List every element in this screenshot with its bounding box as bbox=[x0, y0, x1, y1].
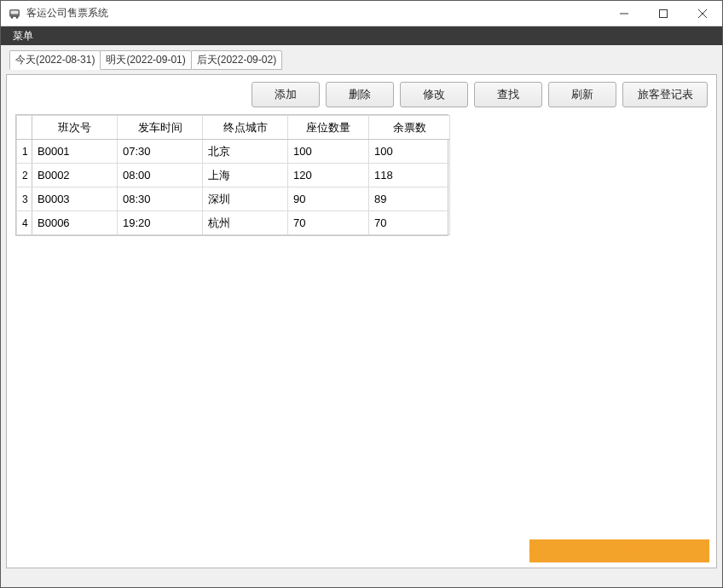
table-header-row: 班次号 发车时间 终点城市 座位数量 余票数 bbox=[17, 116, 450, 140]
cell-seats[interactable]: 70 bbox=[288, 211, 369, 235]
toolbar: 添加 删除 修改 查找 刷新 旅客登记表 bbox=[7, 75, 716, 114]
svg-point-3 bbox=[16, 16, 19, 19]
cell-depart-time[interactable]: 19:20 bbox=[118, 211, 203, 235]
header-depart-time[interactable]: 发车时间 bbox=[118, 116, 203, 140]
watermark: 企鹅 1561968262 bbox=[529, 539, 709, 562]
schedule-table[interactable]: 班次号 发车时间 终点城市 座位数量 余票数 1B000107:30北京1001… bbox=[16, 115, 450, 235]
modify-button[interactable]: 修改 bbox=[400, 82, 468, 107]
cell-remaining[interactable]: 118 bbox=[369, 164, 450, 187]
svg-rect-5 bbox=[660, 9, 668, 17]
cell-dest-city[interactable]: 上海 bbox=[203, 164, 288, 187]
cell-rownum: 1 bbox=[17, 140, 32, 164]
tab-panel: 添加 删除 修改 查找 刷新 旅客登记表 班次号 发车时间 终点城市 座位数量 bbox=[6, 74, 717, 568]
tab-today[interactable]: 今天(2022-08-31) bbox=[9, 50, 101, 70]
cell-remaining[interactable]: 89 bbox=[369, 187, 450, 211]
svg-point-2 bbox=[11, 16, 14, 19]
refresh-button[interactable]: 刷新 bbox=[548, 82, 616, 107]
app-icon bbox=[8, 7, 21, 20]
table-row[interactable]: 2B000208:00上海120118 bbox=[17, 164, 450, 187]
cell-depart-time[interactable]: 08:30 bbox=[118, 187, 203, 211]
cell-rownum: 4 bbox=[17, 211, 32, 235]
cell-remaining[interactable]: 100 bbox=[369, 140, 450, 164]
search-button[interactable]: 查找 bbox=[474, 82, 542, 107]
table-row[interactable]: 3B000308:30深圳9089 bbox=[17, 187, 450, 211]
tabstrip: 今天(2022-08-31) 明天(2022-09-01) 后天(2022-09… bbox=[6, 49, 717, 69]
cell-bus-no[interactable]: B0002 bbox=[32, 164, 118, 187]
titlebar: 客运公司售票系统 bbox=[1, 1, 722, 26]
close-button[interactable] bbox=[683, 1, 722, 26]
header-seats[interactable]: 座位数量 bbox=[288, 116, 369, 140]
cell-remaining[interactable]: 70 bbox=[369, 211, 450, 235]
cell-rownum: 3 bbox=[17, 187, 32, 211]
header-dest-city[interactable]: 终点城市 bbox=[203, 116, 288, 140]
tab-tomorrow[interactable]: 明天(2022-09-01) bbox=[100, 50, 191, 70]
menu-item-main[interactable]: 菜单 bbox=[8, 27, 38, 45]
cell-seats[interactable]: 120 bbox=[288, 164, 369, 187]
cell-bus-no[interactable]: B0003 bbox=[32, 187, 118, 211]
cell-seats[interactable]: 90 bbox=[288, 187, 369, 211]
maximize-button[interactable] bbox=[644, 1, 683, 26]
add-button[interactable]: 添加 bbox=[252, 82, 320, 107]
header-rownum bbox=[17, 116, 32, 140]
cell-depart-time[interactable]: 08:00 bbox=[118, 164, 203, 187]
table-row[interactable]: 1B000107:30北京100100 bbox=[17, 140, 450, 164]
svg-rect-1 bbox=[11, 10, 19, 14]
cell-rownum: 2 bbox=[17, 164, 32, 187]
cell-bus-no[interactable]: B0006 bbox=[32, 211, 118, 235]
content-area: 今天(2022-08-31) 明天(2022-09-01) 后天(2022-09… bbox=[1, 45, 722, 587]
cell-seats[interactable]: 100 bbox=[288, 140, 369, 164]
cell-bus-no[interactable]: B0001 bbox=[32, 140, 118, 164]
header-remaining[interactable]: 余票数 bbox=[369, 116, 450, 140]
delete-button[interactable]: 删除 bbox=[326, 82, 394, 107]
table-row[interactable]: 4B000619:20杭州7070 bbox=[17, 211, 450, 235]
menubar: 菜单 bbox=[1, 26, 722, 45]
window-title: 客运公司售票系统 bbox=[26, 6, 108, 20]
cell-dest-city[interactable]: 杭州 bbox=[203, 211, 288, 235]
cell-dest-city[interactable]: 北京 bbox=[203, 140, 288, 164]
passenger-register-button[interactable]: 旅客登记表 bbox=[622, 82, 708, 107]
schedule-table-wrap: 班次号 发车时间 终点城市 座位数量 余票数 1B000107:30北京1001… bbox=[15, 114, 448, 236]
minimize-button[interactable] bbox=[604, 1, 644, 26]
header-bus-no[interactable]: 班次号 bbox=[32, 116, 118, 140]
cell-depart-time[interactable]: 07:30 bbox=[118, 140, 203, 164]
tab-day-after[interactable]: 后天(2022-09-02) bbox=[191, 50, 282, 70]
cell-dest-city[interactable]: 深圳 bbox=[203, 187, 288, 211]
